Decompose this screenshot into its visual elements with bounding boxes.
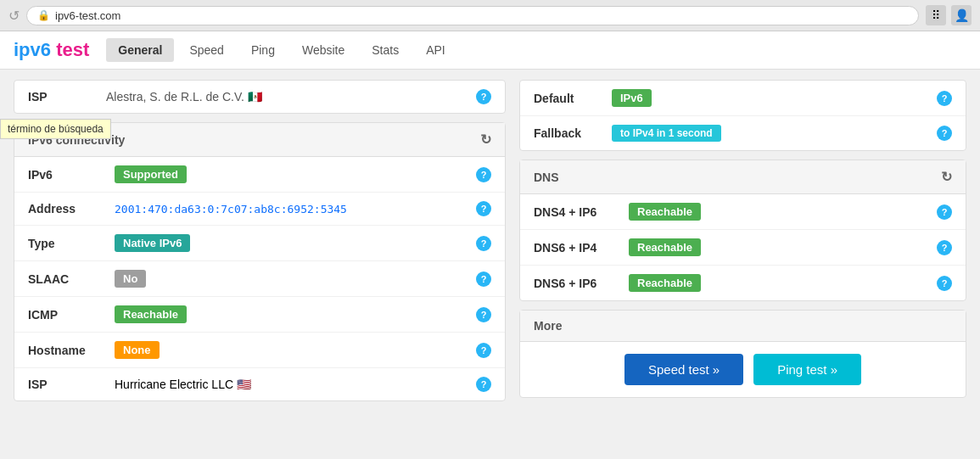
slaac-help-icon[interactable]: ? [476,271,491,287]
connectivity-box: IPv6 connectivity ↻ IPv6 Supported ? Add… [14,122,506,401]
dns4ip6-label: DNS4 + IP6 [534,205,619,219]
default-label: Default [534,92,602,105]
search-hint: término de búsqueda [0,119,111,139]
row-address-label: Address [28,202,104,216]
row-ipv6: IPv6 Supported ? [14,157,505,193]
url-text: ipv6-test.com [55,9,120,22]
refresh-icon[interactable]: ↻ [480,132,491,148]
dns6ip6-help-icon[interactable]: ? [937,276,952,291]
icmp-help-icon[interactable]: ? [476,307,491,322]
right-row-fallback: Fallback to IPv4 in 1 second ? [520,116,966,150]
back-icon[interactable]: ↺ [8,8,20,24]
navbar: ipv6 test General Speed Ping Website Sta… [0,31,980,70]
right-column: Default IPv6 ? Fallback to IPv4 in 1 sec… [519,80,966,401]
dns4ip6-badge: Reachable [629,203,701,221]
isp-label: ISP [28,90,96,104]
dns6ip4-value: Reachable [629,238,927,256]
row-icmp-label: ICMP [28,308,104,322]
more-section: More Speed test » Ping test » [519,310,966,398]
browser-icons: ⠿ 👤 [926,5,972,25]
type-help-icon[interactable]: ? [476,236,491,251]
ping-test-button[interactable]: Ping test » [753,354,861,385]
hostname-help-icon[interactable]: ? [476,343,491,358]
dns-refresh-icon[interactable]: ↻ [941,169,952,185]
dns-title: DNS [534,171,559,184]
tab-speed[interactable]: Speed [177,38,235,62]
isp-connectivity-help-icon[interactable]: ? [476,377,491,392]
dns6ip4-help-icon[interactable]: ? [937,240,952,255]
tab-ping[interactable]: Ping [239,38,287,62]
main-content: ISP Alestra, S. de R.L. de C.V. 🇲🇽 ? IPv… [0,70,980,411]
profile-icon[interactable]: 👤 [951,5,972,25]
more-header: More [520,311,966,342]
row-isp-connectivity-label: ISP [28,378,104,391]
dns6ip6-badge: Reachable [629,274,701,292]
row-address-value: 2001:470:da63:0:7c07:ab8c:6952:5345 [115,202,466,216]
fallback-value: to IPv4 in 1 second [612,125,927,142]
default-badge: IPv6 [612,89,652,107]
dns6ip6-value: Reachable [629,274,927,292]
dns4ip6-value: Reachable [629,203,927,221]
extensions-icon[interactable]: ⠿ [926,5,946,25]
logo-ipv6: ipv6 [14,39,51,60]
row-type: Type Native IPv6 ? [14,226,505,261]
row-isp-connectivity: ISP Hurricane Electric LLC 🇺🇸 ? [14,368,505,400]
dns4ip6-help-icon[interactable]: ? [937,204,952,220]
lock-icon: 🔒 [37,9,50,21]
dns-header: DNS ↻ [520,160,966,194]
row-ipv6-value: Supported [115,165,466,183]
row-icmp: ICMP Reachable ? [14,297,505,333]
more-title: More [534,319,562,333]
speed-test-button[interactable]: Speed test » [624,354,743,385]
row-icmp-value: Reachable [115,305,466,323]
row-type-label: Type [28,237,104,250]
dns6ip4-label: DNS6 + IP4 [534,241,619,255]
slaac-badge: No [115,270,146,288]
icmp-badge: Reachable [115,305,187,323]
fallback-badge: to IPv4 in 1 second [612,125,721,142]
tab-website[interactable]: Website [290,38,356,62]
default-value: IPv6 [612,89,927,107]
dns-section: DNS ↻ DNS4 + IP6 Reachable ? DNS6 + IP4 … [519,160,966,301]
default-help-icon[interactable]: ? [937,91,952,106]
browser-bar: ↺ 🔒 ipv6-test.com ⠿ 👤 [0,0,980,31]
isp-row: ISP Alestra, S. de R.L. de C.V. 🇲🇽 ? [14,80,506,114]
dns-row-dns4ip6: DNS4 + IP6 Reachable ? [520,194,966,230]
row-slaac: SLAAC No ? [14,261,505,297]
row-hostname-label: Hostname [28,344,104,357]
address-bar[interactable]: 🔒 ipv6-test.com [26,6,919,25]
dns-row-dns6ip6: DNS6 + IP6 Reachable ? [520,266,966,300]
right-row-default: Default IPv6 ? [520,81,966,116]
default-section: Default IPv6 ? Fallback to IPv4 in 1 sec… [519,80,966,151]
tab-general[interactable]: General [106,38,174,62]
row-isp-connectivity-value: Hurricane Electric LLC 🇺🇸 [115,378,466,391]
logo-test: test [56,39,89,60]
logo[interactable]: ipv6 test [14,39,89,61]
row-slaac-value: No [115,270,466,288]
tab-api[interactable]: API [414,38,457,62]
fallback-label: Fallback [534,126,602,140]
hostname-badge: None [115,341,160,359]
dns-row-dns6ip4: DNS6 + IP4 Reachable ? [520,230,966,266]
row-slaac-label: SLAAC [28,272,104,286]
row-type-value: Native IPv6 [115,234,466,252]
ipv6-address[interactable]: 2001:470:da63:0:7c07:ab8c:6952:5345 [115,203,347,216]
more-buttons: Speed test » Ping test » [520,342,966,397]
row-address: Address 2001:470:da63:0:7c07:ab8c:6952:5… [14,193,505,226]
address-help-icon[interactable]: ? [476,201,491,216]
type-badge: Native IPv6 [115,234,190,252]
fallback-help-icon[interactable]: ? [937,126,952,141]
tab-stats[interactable]: Stats [360,38,411,62]
isp-help-icon[interactable]: ? [476,89,491,104]
dns6ip6-label: DNS6 + IP6 [534,277,619,290]
dns6ip4-badge: Reachable [629,238,701,256]
row-ipv6-label: IPv6 [28,168,104,182]
row-hostname-value: None [115,341,466,359]
ipv6-help-icon[interactable]: ? [476,167,491,182]
ipv6-badge: Supported [115,165,187,183]
row-hostname: Hostname None ? [14,333,505,368]
isp-value: Alestra, S. de R.L. de C.V. 🇲🇽 [106,90,466,104]
